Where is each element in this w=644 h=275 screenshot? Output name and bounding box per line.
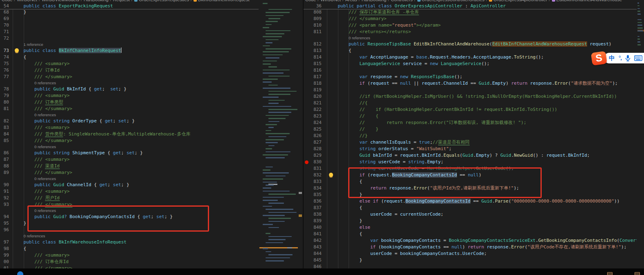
line-number[interactable]: 824	[304, 119, 322, 126]
code-line[interactable]: 90public Guid ChannelId { get; set; }	[0, 182, 259, 188]
code-line[interactable]: 86public string ShipmentType { get; set;…	[0, 150, 259, 156]
line-number[interactable]: 89	[0, 169, 9, 176]
line-number[interactable]: 80	[0, 99, 9, 106]
line-number[interactable]: 831	[304, 165, 322, 172]
code-line[interactable]: 91/// <summary>	[0, 188, 259, 195]
code-line[interactable]: 82public string OrderType { get; set; }	[0, 118, 259, 124]
code-line[interactable]: 844userCode = bookingCompanyContacts.Use…	[304, 250, 637, 257]
code-line[interactable]: 816	[304, 67, 637, 74]
line-number[interactable]: 93	[0, 201, 9, 208]
line-number[interactable]: 826	[304, 133, 322, 139]
sticky-scroll-line[interactable]: 54public class ExportPackingRequest	[0, 3, 259, 9]
breadcrumb-item[interactable]: BkInfChannelInfoRequest	[198, 0, 249, 2]
line-number[interactable]: 834	[304, 185, 322, 192]
line-number[interactable]: 814	[304, 54, 322, 61]
code-line[interactable]: 821//{	[304, 100, 637, 106]
code-line[interactable]: 73public class BkInfChannelInfoRequest	[0, 47, 259, 54]
breadcrumb-item[interactable]: HartBooking	[362, 0, 387, 2]
code-line[interactable]: 81/// </summary>	[0, 106, 259, 112]
line-number[interactable]: 808	[304, 9, 322, 16]
breadcrumb-path[interactable]: Code/WinsUNet/WinsUViewModels/HartBookin…	[0, 0, 259, 2]
breadcrumb-item[interactable]: OrderExpressApiController	[493, 0, 547, 2]
code-line[interactable]: 99/// <summary>	[0, 252, 259, 259]
codelens[interactable]: 0 references	[0, 144, 259, 150]
codelens[interactable]: 0 references	[304, 35, 637, 41]
code-line[interactable]: 841{	[304, 231, 637, 237]
breadcrumb-item[interactable]: Areas	[345, 0, 357, 2]
code-line[interactable]: 823// {	[304, 113, 637, 119]
line-number[interactable]: 822	[304, 106, 322, 113]
line-number[interactable]: 92	[0, 195, 9, 201]
minimap[interactable]	[637, 0, 644, 268]
keyboard-icon[interactable]	[634, 55, 642, 61]
code-line[interactable]: 36public partial class OrderExpressApiCo…	[304, 3, 637, 9]
code-line[interactable]: 76/// 订单Id	[0, 67, 259, 74]
line-number[interactable]: 816	[304, 67, 322, 74]
code-line[interactable]: 829Guid bkInfId = request.BkInfId.Equals…	[304, 152, 637, 159]
code-line[interactable]: 98{	[0, 246, 259, 252]
code-line[interactable]: 815LanguageService service = new Languag…	[304, 61, 637, 67]
code-line[interactable]: 70	[0, 22, 259, 29]
line-number[interactable]: 90	[0, 182, 9, 188]
line-number[interactable]: 840	[304, 224, 322, 231]
line-number[interactable]: 76	[0, 67, 9, 74]
code-line[interactable]: 54public class ExportPackingRequest	[0, 3, 259, 9]
code-line[interactable]: 01/// </summary>	[0, 265, 259, 268]
line-number[interactable]: 88	[0, 163, 9, 169]
code-line[interactable]: 68}	[0, 9, 259, 16]
code-line[interactable]: 846	[304, 264, 637, 268]
code-line[interactable]: 818if (request == null || request.Channe…	[304, 80, 637, 87]
code-line[interactable]: 87/// <summary>	[0, 156, 259, 163]
line-number[interactable]: 833	[304, 178, 322, 185]
line-number[interactable]: 85	[0, 138, 9, 144]
line-number[interactable]: 95	[0, 220, 9, 227]
line-number[interactable]: 837	[304, 205, 322, 211]
code-line[interactable]: 837{	[304, 205, 637, 211]
line-number[interactable]: 829	[304, 152, 322, 159]
line-number[interactable]: 83	[0, 124, 9, 131]
line-number[interactable]: 842	[304, 237, 322, 244]
codelens[interactable]: 0 references	[0, 80, 259, 86]
code-line[interactable]: 83/// <summary>	[0, 124, 259, 131]
codelens[interactable]: 1 reference	[0, 42, 259, 47]
line-number[interactable]: 815	[304, 61, 322, 67]
code-line[interactable]: 838userCode = currentUserCode;	[304, 211, 637, 218]
sogou-logo-icon[interactable]: S	[591, 51, 607, 65]
sogou-input-toolbar[interactable]: S 中 °,	[592, 52, 644, 65]
code-line[interactable]: 839}	[304, 218, 637, 224]
line-number[interactable]: 841	[304, 231, 322, 237]
code-line[interactable]: 820//if (HartBookingHelper.IsMgrUser() &…	[304, 93, 637, 100]
line-number[interactable]: 825	[304, 126, 322, 133]
code-line[interactable]: 00/// 订单仓库Id	[0, 259, 259, 265]
overview-ruler[interactable]	[298, 0, 303, 268]
code-line[interactable]: 813{	[304, 47, 637, 54]
code-line[interactable]: 72	[0, 35, 259, 42]
chinese-mode-icon[interactable]: 中	[609, 54, 615, 62]
line-number[interactable]: 812	[304, 41, 322, 47]
line-number[interactable]: 96	[0, 227, 9, 233]
breadcrumb-item[interactable]: WinsUNet	[17, 0, 37, 2]
line-number[interactable]: 823	[304, 113, 322, 119]
breadcrumb-item[interactable]: Controllers	[391, 0, 412, 2]
breadcrumb-item[interactable]: OrderExpressRequesties	[139, 0, 189, 2]
breadcrumb-item[interactable]: WinsUViewModels	[42, 0, 79, 2]
line-number[interactable]: 74	[0, 54, 9, 61]
breadcrumb-item[interactable]: EditBkInfChannelAndWarehouse	[556, 0, 622, 2]
line-number[interactable]: 87	[0, 156, 9, 163]
code-line[interactable]: 74{	[0, 54, 259, 61]
code-line[interactable]: 809/// </summary>	[304, 16, 637, 22]
code-line[interactable]: 822// if (HartBookingHelper.CurrentBkInf…	[304, 106, 637, 113]
line-number[interactable]: 836	[304, 198, 322, 205]
codelens[interactable]: 0 references	[0, 112, 259, 118]
breadcrumb-item[interactable]: HartBooking	[84, 0, 109, 2]
breadcrumb-path[interactable]: Code/WinsUNet/Areas/HartBooking/Controll…	[304, 0, 637, 2]
pane-separator[interactable]	[303, 0, 304, 268]
code-line[interactable]: 812public ResponseTipsBase EditBkInfChan…	[304, 41, 637, 47]
code-line[interactable]: 825// }	[304, 126, 637, 133]
breadcrumb[interactable]: Code/WinsUNet/Areas/HartBooking/Controll…	[304, 0, 637, 3]
breadcrumb-item[interactable]: Code	[305, 0, 316, 2]
code-line[interactable]: 78public Guid BkInfId { get; set; }	[0, 86, 259, 92]
line-number[interactable]: 86	[0, 150, 9, 156]
code-line[interactable]: 840else	[304, 224, 637, 231]
line-number[interactable]: 68	[0, 9, 9, 16]
